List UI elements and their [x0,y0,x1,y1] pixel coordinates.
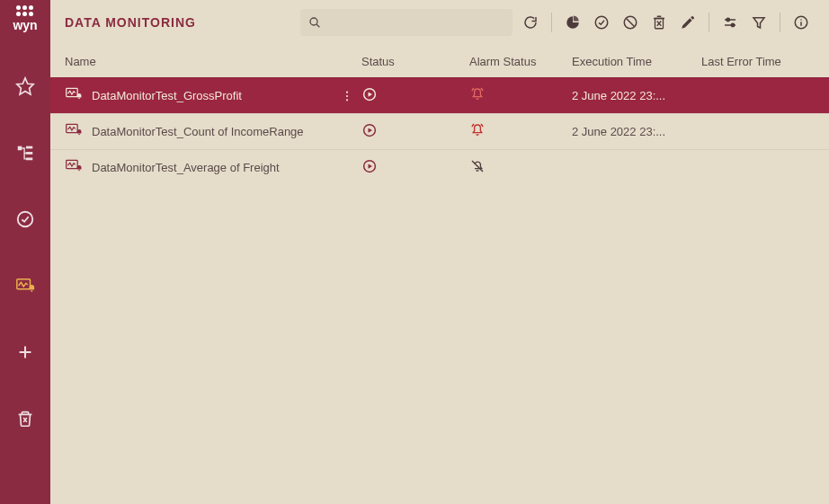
row-name-label: DataMonitorTest_Count of IncomeRange [92,125,304,138]
row-exec-time: 2 June 2022 23:... [572,125,701,138]
toolbar-separator [551,13,552,32]
run-button[interactable] [361,164,378,177]
svg-point-12 [726,18,729,21]
toolbar [517,9,815,36]
sidebar-item-categories[interactable] [0,129,50,176]
svg-point-9 [595,16,608,29]
trash-small-icon [651,14,667,31]
enable-button[interactable] [588,9,615,36]
check-circle-icon [15,209,35,229]
search-input[interactable] [327,16,505,30]
alarm-ringing-icon-wrap[interactable] [469,128,486,141]
column-exec[interactable]: Execution Time [572,55,701,68]
sidebar-item-monitoring[interactable] [0,262,50,309]
funnel-icon [751,14,767,31]
disable-button[interactable] [617,9,644,36]
sliders-icon [722,14,738,31]
svg-point-13 [731,23,734,26]
table-row[interactable]: DataMonitorTest_Average of Freight [50,149,829,185]
settings-button[interactable] [717,9,744,36]
sidebar-item-add[interactable] [0,329,50,376]
svg-point-26 [78,170,79,172]
row-status-cell [361,158,469,177]
row-menu-button[interactable] [340,89,354,103]
row-alarm-cell [469,86,572,105]
svg-point-20 [346,99,348,101]
plus-icon [15,342,35,362]
monitor-row-icon [65,157,83,175]
row-status-cell [361,122,469,141]
topbar: DATA MONITORING [50,0,829,45]
svg-marker-0 [17,78,33,94]
sidebar-item-trash[interactable] [0,395,50,442]
monitor-row-icon [65,121,83,139]
toolbar-separator [780,13,780,32]
row-alarm-cell [469,122,572,141]
row-type-icon [65,157,83,178]
play-circle-icon [361,158,378,174]
main-panel: DATA MONITORING [50,0,829,504]
chart-button[interactable] [559,9,586,36]
pencil-icon [680,14,696,31]
svg-point-23 [78,134,79,136]
svg-rect-4 [26,158,32,161]
sidebar: wyn [0,0,50,504]
row-type-icon [65,121,83,142]
bell-ringing-icon [469,122,486,138]
table-header: Name Status Alarm Status Execution Time … [50,45,829,77]
edit-button[interactable] [674,9,701,36]
svg-rect-2 [26,146,32,149]
svg-point-19 [346,94,348,96]
tree-icon [15,143,35,163]
svg-point-7 [31,290,32,292]
refresh-button[interactable] [517,9,544,36]
search-icon [308,15,322,30]
row-name-label: DataMonitorTest_Average of Freight [92,161,280,174]
svg-point-5 [18,212,33,227]
row-exec-time: 2 June 2022 23:... [572,89,701,102]
row-type-icon [65,85,83,106]
column-name[interactable]: Name [61,55,361,68]
svg-rect-3 [26,152,32,155]
trash-icon [15,409,35,429]
column-error[interactable]: Last Error Time [701,55,818,68]
more-vert-icon [340,89,354,103]
bell-off-icon [469,158,486,174]
cancel-circle-icon [622,14,638,31]
table-row[interactable]: DataMonitorTest_GrossProfit2 June 2022 2… [50,77,829,113]
info-icon [793,14,809,31]
table-row[interactable]: DataMonitorTest_Count of IncomeRange2 Ju… [50,113,829,149]
play-circle-icon [361,122,378,138]
delete-button[interactable] [646,9,673,36]
svg-point-15 [800,19,802,21]
info-button[interactable] [788,9,815,36]
row-name-cell: DataMonitorTest_GrossProfit [61,85,361,106]
pie-icon [565,14,581,31]
check-circle-outline-icon [593,14,610,31]
refresh-icon [522,14,539,31]
svg-point-17 [78,98,79,100]
brand-logo[interactable]: wyn [13,5,37,32]
column-alarm[interactable]: Alarm Status [469,55,572,68]
filter-button[interactable] [745,9,772,36]
svg-point-18 [346,91,348,93]
row-alarm-cell [469,158,572,177]
row-name-label: DataMonitorTest_GrossProfit [92,89,242,102]
run-button[interactable] [361,128,378,141]
monitor-bell-icon [15,276,35,296]
search-box[interactable] [300,9,513,36]
svg-point-8 [310,18,317,25]
table-body: DataMonitorTest_GrossProfit2 June 2022 2… [50,77,829,185]
toolbar-separator [709,13,709,32]
svg-rect-1 [18,146,22,151]
run-button[interactable] [361,92,378,105]
page-title: DATA MONITORING [65,15,196,30]
column-status[interactable]: Status [361,55,469,68]
play-circle-icon [361,86,378,102]
bell-ringing-icon [469,86,486,102]
alarm-off-icon-wrap[interactable] [469,164,486,177]
alarm-ringing-icon-wrap[interactable] [469,92,486,105]
sidebar-item-tasks[interactable] [0,196,50,243]
row-name-cell: DataMonitorTest_Count of IncomeRange [61,121,361,142]
sidebar-item-favorites[interactable] [0,63,50,110]
